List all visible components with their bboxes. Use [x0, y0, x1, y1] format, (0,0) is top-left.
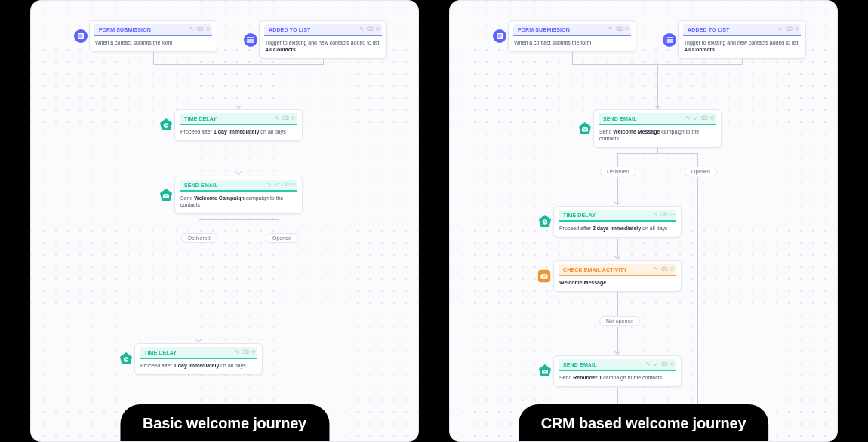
node-actions[interactable]: ✎⌫⟳: [359, 26, 380, 32]
form-icon: [73, 29, 88, 44]
clock-icon: [119, 351, 134, 367]
node-title: TIME DELAY: [563, 213, 596, 218]
node-desc: Proceed after 1 day immediately on all d…: [180, 128, 297, 136]
node-title: ADDED TO LIST: [269, 27, 310, 32]
branch-pill-opened[interactable]: Opened: [266, 233, 298, 243]
node-form-submission[interactable]: FORM SUBMISSION ✎⌫⟳ When a contact submi…: [508, 20, 636, 52]
svg-point-9: [247, 37, 248, 38]
node-time-delay[interactable]: TIME DELAY ✎⌫⟳ Proceed after 1 day immed…: [174, 109, 303, 141]
connector: [617, 153, 618, 167]
connector: [199, 219, 279, 220]
node-desc: Proceed after 1 day immediately on all d…: [140, 362, 257, 370]
node-title: SEND EMAIL: [563, 362, 597, 367]
arrowhead-icon: [614, 199, 620, 205]
form-icon: [492, 29, 507, 44]
list-icon: [662, 32, 677, 48]
node-desc: When a contact submits the form: [94, 39, 212, 47]
connector: [239, 64, 239, 108]
node-added-to-list[interactable]: ADDED TO LIST ✎⌫⟳ Trigger to existing an…: [259, 20, 387, 59]
svg-point-30: [666, 41, 667, 43]
node-actions[interactable]: ✎⌫⟳: [654, 212, 675, 218]
connector: [657, 64, 658, 108]
node-title: CHECK EMAIL ACTIVITY: [563, 267, 627, 272]
node-actions[interactable]: ✎⌫⟳: [235, 349, 256, 355]
node-title: ADDED TO LIST: [688, 27, 729, 32]
clock-icon: [159, 118, 174, 133]
connector: [617, 153, 697, 154]
check-icon: [536, 268, 553, 284]
panel-caption: Basic welcome journey: [120, 404, 329, 442]
node-desc: Welcome Message: [559, 279, 676, 287]
crm-welcome-journey-panel: FORM SUBMISSION ✎⌫⟳ When a contact submi…: [449, 0, 838, 442]
arrowhead-icon: [195, 336, 202, 342]
node-desc: When a contact submits the form: [513, 39, 631, 47]
clock-icon: [537, 214, 553, 229]
node-title: SEND EMAIL: [603, 116, 637, 121]
node-send-email[interactable]: SEND EMAIL ✎⤢⌫⟳ Send Welcome Campaign ca…: [174, 176, 303, 214]
node-actions[interactable]: ✎⌫⟳: [275, 115, 296, 121]
arrowhead-icon: [614, 348, 620, 355]
node-time-delay[interactable]: TIME DELAY ✎⌫⟳ Proceed after 2 days imme…: [553, 206, 682, 238]
node-check-email-activity[interactable]: CHECK EMAIL ACTIVITY ✎⌫⟳ Welcome Message: [553, 260, 682, 292]
node-actions[interactable]: ✎⌫⟳: [778, 26, 799, 32]
connector: [199, 244, 199, 342]
node-desc: Send Reminder 1 campaign to the contacts: [559, 374, 676, 382]
node-actions[interactable]: ✎⤢⌫⟳: [646, 361, 675, 367]
panel-caption: CRM based welcome journey: [519, 404, 769, 442]
node-desc: Send Welcome Message campaign to the con…: [599, 128, 716, 143]
node-send-email[interactable]: SEND EMAIL ✎⤢⌫⟳ Send Welcome Message cam…: [593, 109, 722, 148]
node-form-submission[interactable]: FORM SUBMISSION ✎⌫⟳ When a contact submi…: [89, 20, 217, 52]
node-actions[interactable]: ✎⌫⟳: [654, 266, 675, 272]
node-actions[interactable]: ✎⤢⌫⟳: [686, 115, 715, 121]
node-desc: Send Welcome Campaign campaign to the co…: [180, 195, 297, 209]
arrowhead-icon: [614, 253, 620, 259]
connector: [279, 219, 279, 233]
connector: [199, 219, 199, 233]
email-icon: [159, 188, 174, 203]
node-added-to-list[interactable]: ADDED TO LIST ✎⌫⟳ Trigger to existing an…: [678, 20, 806, 59]
node-actions[interactable]: ✎⤢⌫⟳: [267, 182, 296, 188]
branch-pill-delivered[interactable]: Delivered: [181, 233, 217, 243]
list-icon: [243, 32, 258, 48]
connector: [697, 153, 698, 167]
branch-pill-not-opened[interactable]: Not opened: [599, 316, 640, 326]
node-title: TIME DELAY: [144, 350, 177, 355]
svg-point-29: [666, 39, 667, 41]
arrowhead-icon: [654, 103, 660, 109]
branch-pill-delivered[interactable]: Delivered: [600, 167, 636, 176]
node-desc: Trigger to existing and new contacts add…: [683, 39, 801, 54]
node-desc: Trigger to existing and new contacts add…: [264, 39, 382, 54]
basic-welcome-journey-panel: FORM SUBMISSION ✎⌫⟳ When a contact submi…: [30, 0, 419, 442]
node-title: SEND EMAIL: [184, 183, 218, 188]
email-icon: [577, 121, 593, 137]
arrowhead-icon: [235, 103, 242, 109]
node-time-delay[interactable]: TIME DELAY ✎⌫⟳ Proceed after 1 day immed…: [134, 343, 263, 375]
svg-point-11: [247, 41, 248, 43]
node-desc: Proceed after 2 days immediately on all …: [559, 225, 676, 232]
node-title: FORM SUBMISSION: [99, 27, 151, 32]
svg-point-28: [666, 37, 667, 38]
branch-pill-opened[interactable]: Opened: [685, 167, 717, 176]
email-icon: [537, 364, 553, 379]
arrowhead-icon: [235, 169, 242, 175]
node-actions[interactable]: ✎⌫⟳: [189, 26, 211, 32]
node-actions[interactable]: ✎⌫⟳: [608, 26, 629, 32]
node-title: TIME DELAY: [184, 116, 217, 121]
node-send-email[interactable]: SEND EMAIL ✎⤢⌫⟳ Send Reminder 1 campaign…: [553, 355, 682, 387]
connector: [697, 177, 698, 441]
svg-point-10: [247, 39, 248, 41]
node-title: FORM SUBMISSION: [518, 27, 570, 32]
